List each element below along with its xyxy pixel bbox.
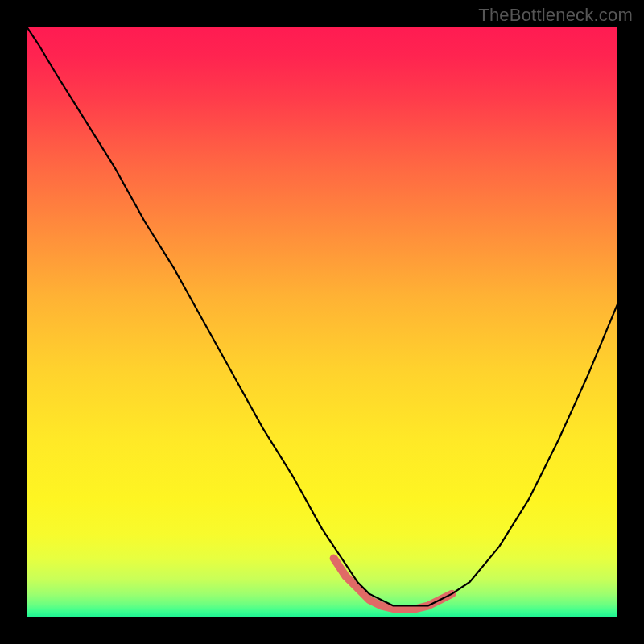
chart-stage: TheBottleneck.com (0, 0, 644, 644)
chart-svg (27, 27, 617, 617)
chart-plot-area (27, 27, 617, 617)
watermark-text: TheBottleneck.com (478, 5, 633, 26)
